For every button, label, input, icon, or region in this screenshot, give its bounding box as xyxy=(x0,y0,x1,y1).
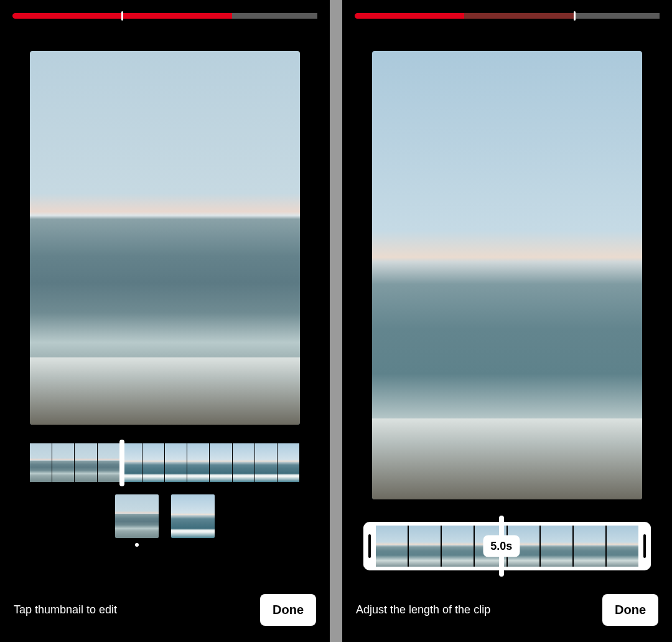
trim-handle-left[interactable] xyxy=(363,526,376,567)
progress-tick xyxy=(121,11,123,21)
duration-badge: 5.0s xyxy=(483,536,520,557)
progress-segment xyxy=(355,13,464,19)
progress-segment xyxy=(464,13,574,19)
filmstrip-frame[interactable] xyxy=(187,443,210,482)
editor-screen-trim: 5.0s Adjust the length of the clip Done xyxy=(342,0,672,642)
bottom-bar: Tap thumbnail to edit Done xyxy=(0,594,330,626)
trimmer[interactable]: 5.0s xyxy=(363,522,651,570)
hint-text: Tap thumbnail to edit xyxy=(14,603,117,616)
trim-frame[interactable] xyxy=(541,526,574,567)
filmstrip[interactable] xyxy=(30,443,300,482)
video-preview[interactable] xyxy=(30,51,300,425)
trim-frame[interactable] xyxy=(607,526,638,567)
done-button[interactable]: Done xyxy=(260,594,316,626)
filmstrip-frame[interactable] xyxy=(210,443,232,482)
progress-bar-container xyxy=(0,0,330,22)
bottom-bar: Adjust the length of the clip Done xyxy=(342,594,672,626)
selected-dot-indicator xyxy=(135,543,139,547)
progress-segment xyxy=(122,13,231,19)
editor-screen-thumbnail: Tap thumbnail to edit Done xyxy=(0,0,330,642)
trim-frame[interactable] xyxy=(574,526,607,567)
trim-handle-right[interactable] xyxy=(638,526,651,567)
filmstrip-frame[interactable] xyxy=(52,443,75,482)
clip-thumb[interactable] xyxy=(171,494,215,538)
filmstrip-frame[interactable] xyxy=(278,443,300,482)
done-button[interactable]: Done xyxy=(602,594,658,626)
progress-tick xyxy=(574,11,576,21)
clip-thumb[interactable] xyxy=(115,494,159,538)
filmstrip-frame[interactable] xyxy=(255,443,278,482)
filmstrip-frame[interactable] xyxy=(98,443,120,482)
progress-bar[interactable] xyxy=(12,13,317,19)
filmstrip-frame[interactable] xyxy=(30,443,52,482)
trim-frame[interactable] xyxy=(409,526,442,567)
progress-bar[interactable] xyxy=(355,13,660,19)
video-preview[interactable] xyxy=(372,51,642,499)
preview-area xyxy=(342,22,672,499)
filmstrip-frame[interactable] xyxy=(142,443,165,482)
progress-segment xyxy=(12,13,122,19)
filmstrip-frame[interactable] xyxy=(75,443,97,482)
progress-segment xyxy=(574,13,660,19)
trim-frame[interactable] xyxy=(442,526,475,567)
hint-text: Adjust the length of the clip xyxy=(356,603,490,616)
filmstrip-frame[interactable] xyxy=(233,443,255,482)
filmstrip-frame[interactable] xyxy=(165,443,187,482)
progress-segment xyxy=(232,13,317,19)
filmstrip-playhead[interactable] xyxy=(119,440,124,486)
trim-frame[interactable] xyxy=(376,526,409,567)
clip-thumbnails xyxy=(0,494,330,538)
progress-bar-container xyxy=(342,0,672,22)
preview-area xyxy=(0,22,330,425)
